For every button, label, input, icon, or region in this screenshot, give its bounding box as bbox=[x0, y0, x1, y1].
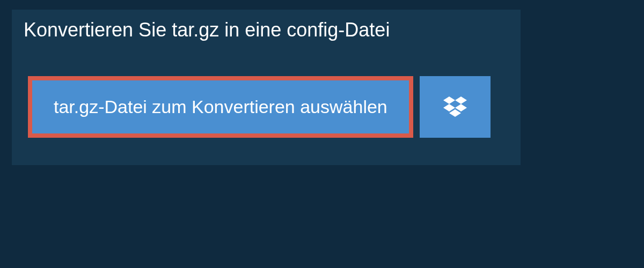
dropbox-button[interactable] bbox=[420, 76, 491, 138]
dropbox-icon bbox=[443, 96, 467, 118]
select-file-button[interactable]: tar.gz-Datei zum Konvertieren auswählen bbox=[28, 76, 413, 138]
page-title: Konvertieren Sie tar.gz in eine config-D… bbox=[24, 19, 390, 41]
title-bar: Konvertieren Sie tar.gz in eine config-D… bbox=[12, 10, 401, 50]
button-row: tar.gz-Datei zum Konvertieren auswählen bbox=[28, 76, 491, 138]
converter-panel: Konvertieren Sie tar.gz in eine config-D… bbox=[12, 10, 521, 165]
select-file-label: tar.gz-Datei zum Konvertieren auswählen bbox=[54, 96, 387, 117]
